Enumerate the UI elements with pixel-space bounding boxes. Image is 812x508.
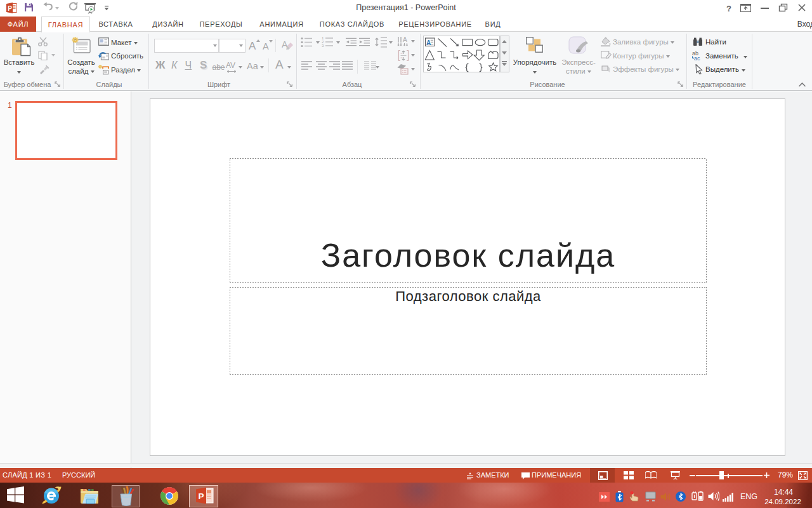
svg-text:A: A	[403, 36, 407, 43]
svg-text:ac: ac	[694, 55, 700, 61]
svg-text:3: 3	[322, 44, 324, 48]
svg-text:AV: AV	[226, 61, 235, 70]
svg-text:P: P	[199, 491, 204, 501]
svg-text:?: ?	[726, 4, 731, 13]
svg-text:А: А	[426, 39, 431, 46]
